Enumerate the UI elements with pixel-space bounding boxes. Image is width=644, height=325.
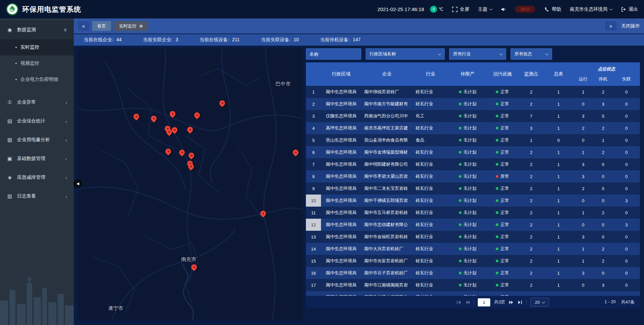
cell-monitor-count: 2 bbox=[518, 231, 544, 243]
cell-lost-count: 0 bbox=[613, 291, 640, 296]
fullscreen-button[interactable]: 全屏 bbox=[452, 6, 469, 12]
next-page-icon bbox=[509, 300, 514, 305]
page-number-input[interactable] bbox=[478, 298, 490, 307]
cell-meter-count: 1 bbox=[544, 279, 573, 291]
table-row[interactable]: 6 阆中生态环境局 阆中市金博瑞新型墙材 砖瓦行业 无计划 bbox=[306, 146, 640, 158]
cell-meter-count: 1 bbox=[544, 207, 573, 219]
cell-monitor-count: 2 bbox=[518, 158, 544, 170]
column-header-industry[interactable]: 行业 bbox=[413, 62, 448, 86]
page-size-select[interactable]: 20 bbox=[530, 298, 549, 307]
cell-production-status: 无计划 bbox=[448, 291, 487, 296]
right-panel: 行政区域名称 所有行业 所有状态 bbox=[306, 48, 640, 325]
cell-lost-count: 0 bbox=[613, 267, 640, 279]
sidebar-item-emergency-reduction[interactable]: ◈ 应急减排管理 ‹ bbox=[0, 168, 74, 187]
cell-lost-count: 0 bbox=[613, 231, 640, 243]
cell-production-status: 无计划 bbox=[448, 195, 487, 207]
sidebar-item-enterprise-abnormal[interactable]: ① 企业异常 ‹ bbox=[0, 93, 74, 112]
pager-prev-button[interactable] bbox=[465, 300, 470, 305]
close-operations-button[interactable]: 关闭操作 bbox=[621, 23, 640, 29]
status-filter-select[interactable]: 所有状态 bbox=[511, 48, 552, 60]
tabs-scroll-right-button[interactable]: » bbox=[605, 21, 616, 31]
tab-label: 实时监控 bbox=[119, 23, 137, 29]
table-row[interactable]: 2 阆中生态环境局 阆中市南方节能建材有 砖瓦行业 无计划 bbox=[306, 98, 640, 110]
tab-close-icon[interactable]: ⊗ bbox=[139, 23, 143, 29]
sidebar-item-power-load-detail[interactable]: 企业电力负荷明细 bbox=[0, 71, 74, 88]
sidebar-item-video-monitor[interactable]: 视频监控 bbox=[0, 55, 74, 71]
chevron-left-icon: ‹ bbox=[65, 137, 67, 143]
logout-button[interactable]: 退出 bbox=[621, 6, 638, 12]
sidebar-item-base-data[interactable]: ▣ 基础数据管理 ‹ bbox=[0, 149, 74, 168]
table-row[interactable]: 1 阆中生态环境局 阆中强锐页岩砖厂 砖瓦行业 无计划 bbox=[306, 86, 640, 98]
column-header-run[interactable]: 运行 bbox=[573, 72, 593, 86]
table-row[interactable]: 11 阆中生态环境局 阆中市五马桥页岩机砖 砖瓦行业 无计划 bbox=[306, 207, 640, 219]
column-header-region[interactable]: 行政区域 bbox=[321, 62, 361, 86]
production-status-dot bbox=[459, 235, 462, 238]
sidebar-item-power-analysis[interactable]: ▧ 企业用电量分析 ‹ bbox=[0, 130, 74, 149]
row-index: 4 bbox=[306, 122, 321, 134]
map-city-label: 南充市 bbox=[181, 256, 196, 263]
table-row[interactable]: 17 阆中生态环境局 阆中市江南镇阆南页岩 砖瓦行业 无计划 bbox=[306, 279, 640, 291]
industry-filter-select[interactable]: 所有行业 bbox=[449, 48, 506, 60]
help-button[interactable]: 帮助 bbox=[544, 6, 561, 12]
cell-facility-status: 正常 bbox=[487, 207, 518, 219]
tabs-scroll-left-button[interactable]: « bbox=[78, 21, 89, 31]
table-row[interactable]: 3 仪陇生态环境局 西南油气田分公司川中 化工 无计划 bbox=[306, 110, 640, 122]
tab-home[interactable]: 首页 bbox=[92, 21, 111, 31]
cell-meter-count: 1 bbox=[544, 243, 573, 255]
map-panel[interactable]: 巴中市 南充市 遂宁市 ◀ bbox=[78, 48, 303, 320]
table-row[interactable]: 12 阆中生态环境局 阆中市忠信建材有限公 砖瓦行业 无计划 bbox=[306, 219, 640, 231]
cell-industry: 砖瓦行业 bbox=[413, 122, 448, 134]
tab-realtime-monitor[interactable]: 实时监控 ⊗ bbox=[114, 21, 148, 31]
cell-lost-count: 0 bbox=[613, 279, 640, 291]
sidebar-item-realtime-monitor[interactable]: 实时监控 bbox=[0, 39, 74, 55]
cell-industry: 砖瓦行业 bbox=[413, 195, 448, 207]
table-row[interactable]: 16 阆中生态环境局 阆中市石子页岩机砖厂 砖瓦行业 无计划 bbox=[306, 267, 640, 279]
column-header-lost[interactable]: 失联 bbox=[613, 72, 640, 86]
column-header-facility[interactable]: 治污设施 bbox=[487, 62, 518, 86]
table-row[interactable]: 4 高坪生态环境局 南充市高坪区王家店建 砖瓦行业 无计划 bbox=[306, 122, 640, 134]
cell-lost-count: 0 bbox=[613, 182, 640, 195]
table-row[interactable]: 14 阆中生态环境局 阆中大兴页岩机砖厂 砖瓦行业 无计划 bbox=[306, 243, 640, 255]
column-header-stop[interactable]: 停机 bbox=[593, 72, 613, 86]
table-row[interactable]: 8 阆中生态环境局 阆中市枣碧大梁山页岩 砖瓦行业 无计划 bbox=[306, 170, 640, 182]
pager-first-button[interactable] bbox=[456, 300, 461, 305]
table-row[interactable]: 5 营山生态环境局 营山县润丰肉食品有限 食品 无计划 bbox=[306, 134, 640, 146]
region-filter-select[interactable]: 行政区域名称 bbox=[366, 48, 445, 60]
table-row[interactable]: 7 阆中生态环境局 阆中明阳建材有限公司 砖瓦行业 无计划 bbox=[306, 158, 640, 170]
announcement-button[interactable] bbox=[501, 7, 506, 12]
table-row[interactable]: 15 阆中生态环境局 阆中市光富页岩机砖厂 砖瓦行业 无计划 bbox=[306, 255, 640, 267]
table-header: 行政区域 企业 行业 停限产 治污设施 监测点 总表 点位状态 运行 停机 失联 bbox=[306, 62, 640, 86]
map-city-label: 遂宁市 bbox=[108, 305, 123, 312]
table-row[interactable]: 10 阆中生态环境局 阆中千佛镇五郎垭页岩 砖瓦行业 无计划 bbox=[306, 195, 640, 207]
org-dropdown[interactable]: 南充市生态环境局 bbox=[570, 6, 612, 12]
cell-region: 阆中生态环境局 bbox=[321, 170, 361, 182]
sidebar-item-data-monitoring[interactable]: ◉ 数据监测 ∨ bbox=[0, 20, 74, 39]
status-filter-value: 所有状态 bbox=[515, 51, 532, 57]
facility-status-dot bbox=[496, 163, 498, 166]
chevron-left-icon: ‹ bbox=[65, 118, 67, 124]
name-filter-input[interactable] bbox=[306, 48, 361, 60]
sidebar-item-log-view[interactable]: ▥ 日志查看 ‹ bbox=[0, 187, 74, 206]
theme-dropdown[interactable]: 主题 bbox=[478, 6, 492, 12]
column-header-meter[interactable]: 总表 bbox=[544, 62, 573, 86]
map-collapse-button[interactable]: ◀ bbox=[73, 179, 82, 188]
column-header-company[interactable]: 企业 bbox=[361, 62, 413, 86]
production-status-dot bbox=[459, 127, 462, 129]
column-header-monitor[interactable]: 监测点 bbox=[518, 62, 544, 86]
pager-next-button[interactable] bbox=[509, 300, 514, 305]
sidebar-item-enterprise-stats[interactable]: ▤ 企业综合统计 ‹ bbox=[0, 112, 74, 130]
stat-label: 当前在线企业: bbox=[84, 37, 113, 43]
table-row[interactable]: 13 阆中生态环境局 阆中市金福旺页岩机砖 砖瓦行业 无计划 bbox=[306, 231, 640, 243]
cell-lost-count: 0 bbox=[613, 122, 640, 134]
column-header-production[interactable]: 停限产 bbox=[448, 62, 487, 86]
table-row[interactable]: 9 阆中生态环境局 阆中市二龙长宝页岩砖 砖瓦行业 无计划 bbox=[306, 182, 640, 195]
cell-monitor-count: 2 bbox=[518, 243, 544, 255]
cell-company: 南充市高坪区王家店建 bbox=[361, 122, 413, 134]
pager-last-button[interactable] bbox=[518, 300, 523, 305]
alarm-count-badge[interactable]: 2632 bbox=[515, 6, 535, 13]
cell-industry: 砖瓦行业 bbox=[413, 219, 448, 231]
cell-facility-status: 正常 bbox=[487, 134, 518, 146]
table-row[interactable]: 18 南部生态环境局 南部县雄狮水泥有限公 建材行业 无计划 bbox=[306, 291, 640, 296]
facility-status-dot bbox=[496, 91, 498, 93]
facility-status-dot bbox=[496, 151, 498, 154]
